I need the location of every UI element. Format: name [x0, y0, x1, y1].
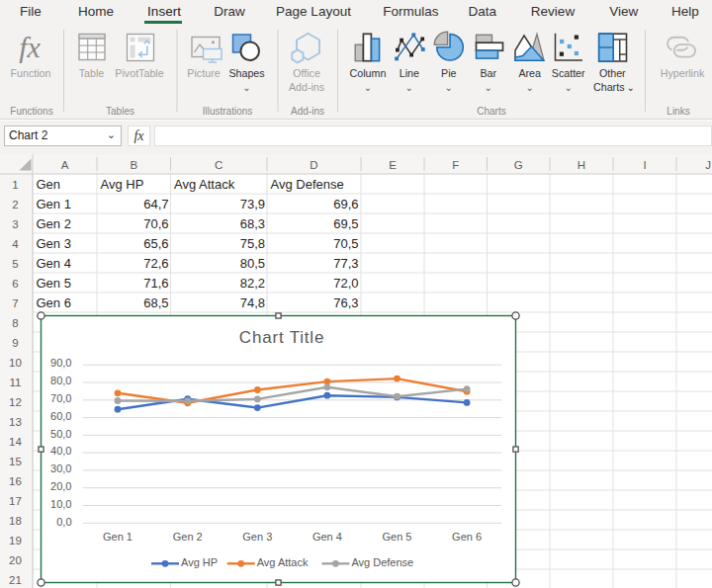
svg-text:Gen 3: Gen 3: [242, 531, 272, 543]
svg-text:Gen 1: Gen 1: [103, 531, 133, 543]
svg-text:20,0: 20,0: [50, 480, 71, 492]
svg-text:70,0: 70,0: [50, 392, 71, 404]
svg-text:80,0: 80,0: [50, 375, 71, 386]
svg-text:Gen 5: Gen 5: [383, 531, 412, 543]
svg-text:Gen 4: Gen 4: [312, 531, 342, 543]
svg-text:Avg Defense: Avg Defense: [351, 556, 413, 568]
svg-text:0,0: 0,0: [56, 516, 71, 528]
svg-text:90,0: 90,0: [50, 357, 71, 369]
svg-text:50,0: 50,0: [50, 428, 71, 440]
svg-text:Avg HP: Avg HP: [181, 556, 218, 568]
svg-text:30,0: 30,0: [50, 462, 71, 474]
svg-text:Gen 6: Gen 6: [452, 531, 482, 543]
svg-text:Gen 2: Gen 2: [173, 531, 203, 543]
svg-text:Avg Attack: Avg Attack: [257, 556, 309, 568]
svg-text:60,0: 60,0: [50, 410, 71, 422]
svg-text:Chart Title: Chart Title: [239, 328, 324, 347]
svg-text:10,0: 10,0: [50, 498, 71, 510]
svg-text:40,0: 40,0: [50, 445, 71, 457]
